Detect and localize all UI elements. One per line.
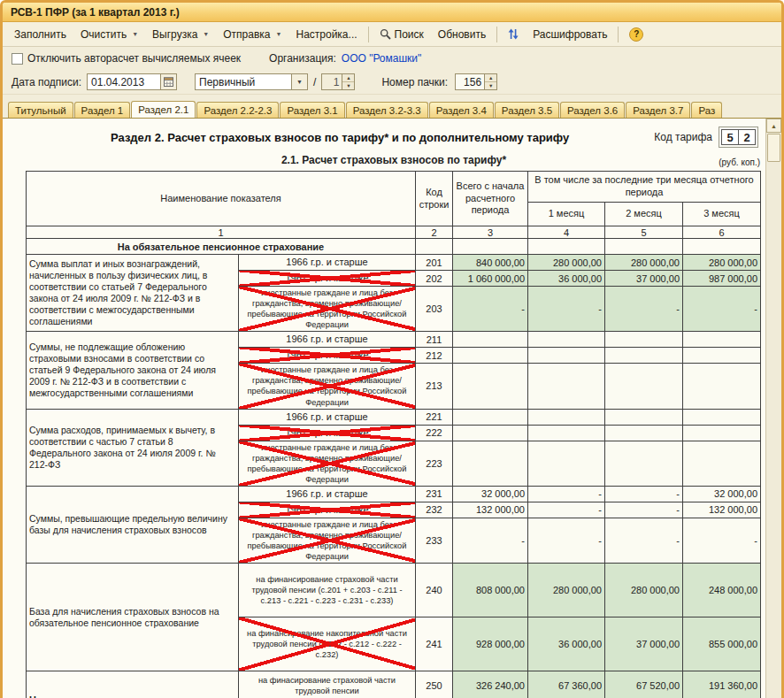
value-cell[interactable]	[683, 332, 761, 348]
value-cell[interactable]	[683, 441, 761, 486]
settings-button[interactable]: Настройка...	[288, 25, 364, 44]
value-cell[interactable]: 928 000,00	[453, 617, 528, 671]
value-cell[interactable]: 280 000,00	[605, 564, 683, 617]
value-cell[interactable]	[528, 332, 605, 348]
value-cell[interactable]: 36 000,00	[528, 271, 605, 287]
value-cell[interactable]	[528, 364, 605, 409]
report-type-dropdown-button[interactable]: ▼	[291, 74, 307, 89]
tab-section-3-1[interactable]: Раздел 3.1	[280, 102, 344, 118]
tab-section-next[interactable]: Раз	[691, 102, 722, 118]
send-button[interactable]: Отправка▼	[216, 25, 288, 44]
value-cell[interactable]: -	[453, 518, 528, 563]
value-cell[interactable]: 987 000,00	[683, 271, 761, 287]
help-button[interactable]: ?	[622, 24, 650, 45]
value-cell[interactable]: 132 000,00	[453, 502, 528, 518]
value-cell[interactable]: 280 000,00	[528, 255, 605, 271]
organization-value[interactable]: ООО "Ромашки"	[342, 52, 422, 65]
value-cell[interactable]: 32 000,00	[453, 486, 528, 502]
tab-section-3-7[interactable]: Раздел 3.7	[626, 102, 690, 118]
value-cell[interactable]: 855 000,00	[683, 617, 761, 671]
value-cell[interactable]	[605, 425, 683, 441]
value-cell[interactable]: -	[453, 287, 528, 332]
value-cell[interactable]: 67 360,00	[528, 671, 605, 698]
tariff-digit-cell[interactable]: 5	[721, 129, 739, 145]
value-cell[interactable]	[605, 409, 683, 425]
value-cell[interactable]: 280 000,00	[605, 255, 683, 271]
value-cell[interactable]	[453, 441, 528, 486]
decrypt-button[interactable]: Расшифровать	[526, 25, 614, 44]
scroll-up-button[interactable]: ▲	[766, 119, 781, 133]
scroll-thumb[interactable]	[767, 134, 780, 162]
value-cell[interactable]: -	[605, 518, 683, 563]
tab-section-2-2-3[interactable]: Раздел 2.2-2.3	[196, 102, 279, 118]
value-cell[interactable]	[528, 425, 605, 441]
value-cell[interactable]	[683, 425, 761, 441]
calendar-button[interactable]	[160, 74, 176, 89]
value-cell[interactable]: -	[528, 287, 605, 332]
value-cell[interactable]: 37 000,00	[605, 617, 683, 671]
value-cell[interactable]: 280 000,00	[683, 255, 761, 271]
value-cell[interactable]: -	[605, 486, 683, 502]
value-cell[interactable]	[683, 409, 761, 425]
value-cell[interactable]: 280 000,00	[528, 564, 605, 617]
tab-section-1[interactable]: Раздел 1	[74, 102, 131, 118]
value-cell[interactable]: 808 000,00	[453, 564, 528, 617]
value-cell[interactable]	[453, 409, 528, 425]
value-cell[interactable]	[605, 441, 683, 486]
sign-date-value[interactable]: 01.04.2013	[88, 74, 160, 89]
value-cell[interactable]	[605, 364, 683, 409]
pack-spin-buttons[interactable]: ▲ ▼	[484, 74, 496, 89]
value-cell[interactable]: -	[605, 287, 683, 332]
value-cell[interactable]: 326 240,00	[453, 671, 528, 698]
value-cell[interactable]	[683, 364, 761, 409]
tab-section-3-5[interactable]: Раздел 3.5	[495, 102, 559, 118]
tab-section-3-6[interactable]: Раздел 3.6	[560, 102, 625, 118]
pack-number-stepper[interactable]: 156 ▲ ▼	[455, 73, 497, 90]
value-cell[interactable]: 1 060 000,00	[453, 271, 528, 287]
tariff-digit-cell[interactable]: 2	[738, 129, 756, 145]
revision-spin-buttons[interactable]: ▲ ▼	[342, 74, 354, 89]
revision-number-value[interactable]: 1	[322, 74, 342, 89]
value-cell[interactable]	[453, 425, 528, 441]
value-cell[interactable]	[453, 364, 528, 409]
value-cell[interactable]: -	[528, 518, 605, 563]
fill-button[interactable]: Заполнить	[7, 25, 73, 44]
tab-section-3-4[interactable]: Раздел 3.4	[429, 102, 494, 118]
sign-date-input[interactable]: 01.04.2013	[87, 73, 177, 90]
autocalc-checkbox[interactable]: Отключить авторасчет вычисляемых ячеек	[12, 52, 241, 65]
value-cell[interactable]: 191 360,00	[683, 671, 761, 698]
value-cell[interactable]	[528, 441, 605, 486]
value-cell[interactable]	[683, 348, 761, 364]
tab-title-page[interactable]: Титульный	[8, 102, 73, 118]
pack-number-value[interactable]: 156	[456, 74, 484, 89]
value-cell[interactable]: 36 000,00	[528, 617, 605, 671]
value-cell[interactable]	[528, 409, 605, 425]
value-cell[interactable]: 840 000,00	[453, 255, 528, 271]
report-type-select[interactable]: Первичный ▼	[195, 73, 308, 90]
value-cell[interactable]: -	[605, 502, 683, 518]
value-cell[interactable]	[605, 348, 683, 364]
vertical-scrollbar[interactable]: ▲	[765, 119, 781, 698]
value-cell[interactable]: -	[683, 518, 761, 563]
value-cell[interactable]: 132 000,00	[683, 502, 761, 518]
clear-button[interactable]: Очистить▼	[73, 25, 145, 44]
window-titlebar[interactable]: РСВ-1 ПФР (за 1 квартал 2013 г.)	[3, 3, 781, 22]
value-cell[interactable]	[453, 332, 528, 348]
value-cell[interactable]: 32 000,00	[683, 486, 761, 502]
value-cell[interactable]: 37 000,00	[605, 271, 683, 287]
value-cell[interactable]: -	[528, 486, 605, 502]
report-type-value[interactable]: Первичный	[196, 74, 291, 89]
value-cell[interactable]: 67 520,00	[605, 671, 683, 698]
exchange-button[interactable]	[501, 25, 526, 43]
export-button[interactable]: Выгрузка▼	[145, 25, 216, 44]
value-cell[interactable]	[528, 348, 605, 364]
search-button[interactable]: Поиск	[373, 25, 431, 44]
refresh-button[interactable]: Обновить	[431, 25, 493, 44]
revision-number-stepper[interactable]: 1 ▲ ▼	[321, 73, 355, 90]
value-cell[interactable]	[453, 348, 528, 364]
checkbox-box-icon[interactable]	[12, 53, 23, 65]
value-cell[interactable]: 248 000,00	[683, 564, 761, 617]
value-cell[interactable]: -	[528, 502, 605, 518]
tab-section-3-2-3[interactable]: Раздел 3.2-3.3	[346, 102, 428, 118]
value-cell[interactable]: -	[683, 287, 761, 332]
